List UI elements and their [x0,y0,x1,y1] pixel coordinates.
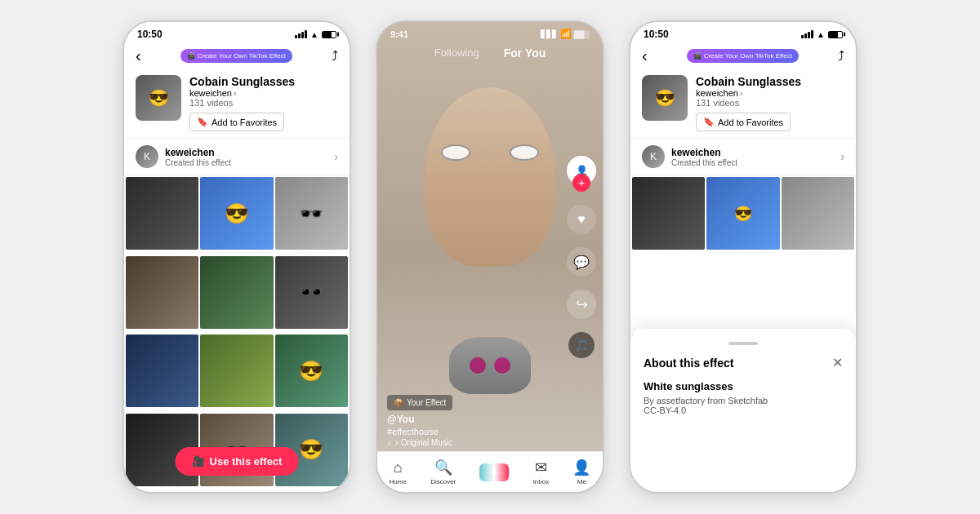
inbox-icon: ✉ [535,459,547,476]
video-music: ♪ ♪ Original Music [387,438,593,447]
nav-bar-3: ‹ 🎬 Create Your Own TikTok Effect ⤴ [630,43,856,69]
creator-label-1: Created this effect [165,158,334,167]
glasses-left [441,144,470,161]
video-side-actions: 👤 + ♥ 💬 ↪ 🎵 [567,156,596,358]
grid-cell-3-1[interactable]: 😎 [706,177,779,250]
video-status-bar: 9:41 ▋▋▋ 📶 ▓▓▒ [377,22,603,42]
grid-cell-2[interactable]: 🕶️ [275,177,348,250]
wifi-icon: ▲ [310,30,318,39]
badge-icon-3: 🎬 [693,52,702,60]
phone-2: 9:41 ▋▋▋ 📶 ▓▓▒ Following For You 👤 + ♥ 💬… [376,20,604,494]
grid-cell-6[interactable] [126,335,198,407]
nav-inbox[interactable]: ✉ Inbox [533,459,550,485]
share-button-3[interactable]: ⤴ [838,49,844,64]
badge-icon-1: 🎬 [187,52,195,60]
creator-info-1: keweichen Created this effect [165,147,334,167]
status-icons-1: ▲ [295,30,336,39]
like-button[interactable]: ♥ [567,205,596,234]
modal-credit-2: CC-BY-4.0 [644,405,843,415]
back-button-1[interactable]: ‹ [136,47,141,65]
effect-creator-link-3[interactable]: keweichen › [696,88,844,98]
battery-icon-3 [828,31,843,38]
cat-figure [449,337,531,394]
creator-row-1[interactable]: K keweichen Created this effect › [124,138,350,175]
share-button-2[interactable]: ↪ [567,290,596,319]
modal-handle [728,342,758,345]
about-modal: About this effect ✕ White sunglasses By … [630,329,856,492]
effect-info-3: Cobain Sunglasses keweichen › 131 videos… [696,75,844,131]
creator-chevron-icon-1: › [334,150,338,163]
creator-row-3[interactable]: K keweichen Created this effect › [630,138,856,175]
nav-create[interactable]: + [479,463,509,481]
video-status-icons: ▋▋▋ 📶 ▓▓▒ [541,29,590,39]
video-username: @You [387,414,593,425]
grid-cell-3-2[interactable] [782,177,854,250]
grid-cell-7[interactable] [200,335,273,407]
video-hashtag: #effecthouse [387,427,593,436]
nav-me[interactable]: 👤 Me [572,459,590,485]
create-plus-icon: + [479,463,509,481]
home-icon: ⌂ [394,459,403,476]
effect-creator-link-1[interactable]: keweichen › [189,88,338,98]
share-button-1[interactable]: ⤴ [332,49,338,64]
effect-info-1: Cobain Sunglasses keweichen › 131 videos… [189,75,338,131]
create-effect-badge-3[interactable]: 🎬 Create Your Own TikTok Effect [687,49,799,63]
add-favorites-button-3[interactable]: 🔖 Add to Favorites [696,113,791,131]
status-icons-3: ▲ [801,30,843,39]
grid-cell-8[interactable]: 😎 [275,335,348,407]
follow-plus-button[interactable]: + [572,174,590,192]
creator-name-1: keweichen [165,147,334,158]
chevron-icon-1: › [234,89,236,98]
video-tabs: Following For You [377,47,603,60]
creator-avatar-1: K [136,145,158,168]
video-signal-icon: ▋▋▋ [541,30,558,38]
discover-icon: 🔍 [434,459,452,476]
phone-3: 10:50 ▲ ‹ 🎬 Create Your Own TikTok Effec… [629,20,858,494]
modal-close-button[interactable]: ✕ [832,355,843,370]
camera-icon-1: 🎥 [192,455,205,467]
creator-avatar-3: K [642,145,665,168]
status-bar-1: 10:50 ▲ [124,22,350,43]
grid-cell-4[interactable] [200,256,273,329]
effect-header-1: 😎 Cobain Sunglasses keweichen › 131 vide… [124,69,350,138]
tab-foryou[interactable]: For You [504,47,546,60]
video-wifi-icon: 📶 [560,29,572,39]
status-bar-3: 10:50 ▲ [630,22,856,43]
grid-cell-0[interactable] [126,177,198,250]
add-favorites-button-1[interactable]: 🔖 Add to Favorites [189,113,284,131]
effect-emoji: 📦 [394,398,403,407]
modal-title: About this effect [644,357,733,370]
effect-thumbnail-3: 😎 [642,75,688,121]
wifi-icon-3: ▲ [817,30,825,39]
effect-name-3: Cobain Sunglasses [696,75,844,88]
status-time-1: 10:50 [137,29,163,40]
back-button-3[interactable]: ‹ [642,47,648,65]
tab-following[interactable]: Following [434,47,479,60]
video-bottom-nav: ⌂ Home 🔍 Discover + ✉ Inbox 👤 Me [377,451,603,492]
grid-cell-5[interactable]: 🕶️ [275,256,348,329]
grid-cell-3[interactable] [126,256,198,329]
creator-info-3: keweichen Created this effect [671,147,840,167]
status-time-3: 10:50 [644,29,669,40]
effect-name-1: Cobain Sunglasses [189,75,338,88]
nav-home[interactable]: ⌂ Home [390,459,407,485]
grid-cell-3-0[interactable] [632,177,705,250]
chevron-icon-3: › [740,89,742,98]
nav-discover[interactable]: 🔍 Discover [430,459,456,485]
create-effect-badge-1[interactable]: 🎬 Create Your Own TikTok Effect [180,49,292,63]
cat-lens-left [468,356,488,375]
video-grid-1: 😎 🕶️ 🕶️ 😎 🕶️ 😎 [124,175,350,492]
comment-button[interactable]: 💬 [567,247,596,277]
signal-icon-3 [801,30,813,38]
profile-icon: 👤 [572,459,590,476]
phone-1: 10:50 ▲ ‹ 🎬 Create Your Own TikTok Effec… [122,20,351,494]
effect-tag[interactable]: 📦 Your Effect [387,395,452,410]
nav-bar-1: ‹ 🎬 Create Your Own TikTok Effect ⤴ [124,43,350,69]
creator-name-3: keweichen [671,147,840,158]
effect-thumbnail-1: 😎 [136,75,181,121]
cat-glasses [468,356,512,375]
vinyl-icon: 🎵 [568,332,595,358]
use-effect-button-1[interactable]: 🎥 Use this effect [176,447,299,476]
video-bottom-info: 📦 Your Effect @You #effecthouse ♪ ♪ Orig… [377,394,603,447]
grid-cell-1[interactable]: 😎 [200,177,273,250]
